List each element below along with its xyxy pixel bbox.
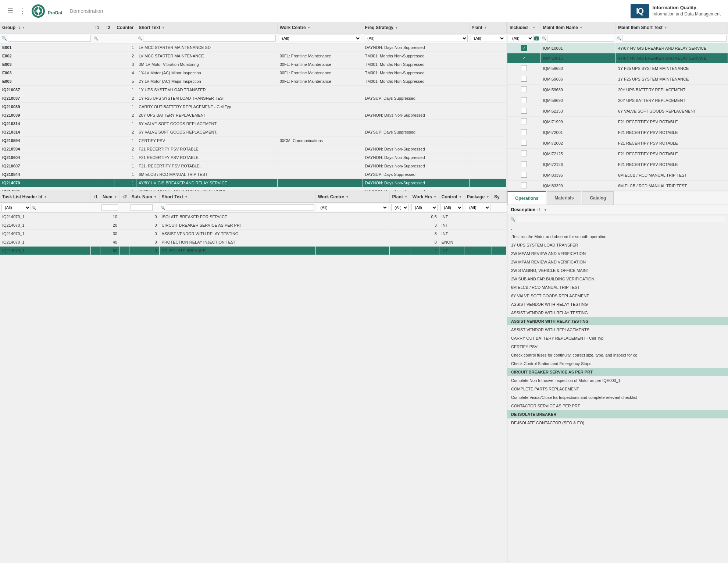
top-right-row[interactable]: IQMI83395 6M ELCB / RCD MANUAL TRIP TEST <box>507 170 728 181</box>
ops-list-item[interactable]: Check Control Station and Emergency Stop… <box>507 360 728 368</box>
freq-strategy-filter[interactable]: (All) <box>364 35 468 42</box>
ops-list-item[interactable]: COMPLETE PARTS REPLACEMENT <box>507 385 728 393</box>
ops-list-item[interactable]: . <box>507 224 728 233</box>
ops-list-item[interactable]: 6M ELCB / RCD MANUAL TRIP TEST <box>507 283 728 292</box>
checkbox-unchecked[interactable] <box>521 129 527 135</box>
top-right-row[interactable]: IQMI59683 1Y F25 UPS SYSTEM MAINTENANCE <box>507 63 728 74</box>
plant-filter[interactable]: (All) <box>471 35 505 42</box>
tab-operations[interactable]: Operations <box>507 191 546 205</box>
ops-list-item[interactable]: CERTIFY PSV <box>507 343 728 351</box>
top-right-row[interactable]: IQMI83399 6M ELCB / RCD MANUAL TRIP TEST <box>507 181 728 191</box>
maint-short-search-input[interactable] <box>622 35 726 42</box>
checkbox-unchecked[interactable] <box>521 140 527 146</box>
sub-num-search-input[interactable] <box>131 204 153 211</box>
included-filter[interactable]: (All) <box>509 35 533 42</box>
bottom-left-row[interactable]: IQ214070_1 20 0 CIRCUIT BREAKER SERVICE … <box>0 221 507 230</box>
ops-list-item[interactable]: CONTACTOR SERVICE AS PER PRT <box>507 402 728 410</box>
checkbox-checked[interactable]: ✓ <box>521 45 527 51</box>
top-left-row[interactable]: IQ210594 1 CERTIFY PSV 00CM: Communicati… <box>0 137 507 145</box>
ops-list-item[interactable]: ASSIST VENDOR WITH REPLACEMENTS <box>507 326 728 334</box>
num-search-input[interactable] <box>101 204 118 211</box>
bl-plant-filter[interactable]: (All) <box>391 204 408 211</box>
checkbox-unchecked[interactable] <box>521 86 527 92</box>
checkbox-unchecked[interactable] <box>521 183 527 188</box>
top-left-row[interactable]: E001 1 LV MCC STARTER MAINTENANCE SD DAY… <box>0 43 507 52</box>
top-left-row[interactable]: E003 3 3M-LV Motor Vibration Monitoring … <box>0 60 507 69</box>
ops-list-item[interactable]: CARRY OUT BATTERY REPLACEMENT - Cell Typ <box>507 334 728 343</box>
top-left-row[interactable]: IQ210314 1 6Y VALVE SOFT GOODS REPLACEME… <box>0 120 507 128</box>
ops-list-item[interactable]: DE-ISOLATE BREAKER <box>507 410 728 419</box>
checkbox-unchecked[interactable] <box>521 76 527 82</box>
maint-item-search-input[interactable] <box>547 35 614 42</box>
ops-list-item[interactable]: 2W STAGING, VEHICLE & OFFICE MAINT <box>507 266 728 275</box>
work-centre-filter[interactable]: (All) <box>279 35 361 42</box>
top-left-row[interactable]: E003 4 1Y-LV Motor (AC) Minor Inspection… <box>0 69 507 77</box>
top-right-row[interactable]: IQMI72126 F21 RECERTIFY PSV ROTABLE <box>507 159 728 170</box>
top-left-row[interactable]: IQ210594 2 F21 RECERTIFY PSV ROTABLE DAY… <box>0 145 507 153</box>
ops-list-item[interactable]: 2W MPAM REVIEW AND VERIFICATION <box>507 249 728 258</box>
ops-list-item[interactable]: .Test run the Motor and observe for smoo… <box>507 233 728 241</box>
checkbox-checked[interactable]: ✓ <box>521 55 527 61</box>
top-right-row[interactable]: ✓ IQMI10815 4Y/8Y HV GIS BREAKER AND REL… <box>507 53 728 63</box>
top-left-row[interactable]: IQ210037 1 1Y UPS SYSTEM LOAD TRANSFER <box>0 86 507 94</box>
top-left-row[interactable]: E003 5 2Y-LV Motor (AC) Major Inspection… <box>0 77 507 86</box>
ops-search-input[interactable] <box>517 216 725 222</box>
ops-list-item[interactable]: DE-ISOLATE CONTACTOR (SEO & EO) <box>507 419 728 427</box>
checkbox-unchecked[interactable] <box>521 108 527 114</box>
tl-id-filter[interactable]: (All) <box>1 204 31 211</box>
ops-filter-icon[interactable]: ▼ <box>544 208 547 212</box>
top-right-row[interactable]: ✓ IQMI10801 4Y/8Y HV GIS BREAKER AND REL… <box>507 43 728 53</box>
top-right-row[interactable]: IQMI59690 20Y UPS BATTERY REPLACEMENT <box>507 95 728 106</box>
bl-control-filter[interactable]: (All) <box>440 204 463 211</box>
ops-list-item[interactable]: 2W SUB AND FAR BUILDING VERIFICATION <box>507 275 728 283</box>
top-left-row[interactable]: IQ210039 1 CARRY OUT BATTERY REPLACEMENT… <box>0 103 507 111</box>
bottom-left-row[interactable]: IQ214070_1 10 0 ISOLATE BREAKER FOR SERV… <box>0 213 507 221</box>
top-right-row[interactable]: IQMI72001 F21 RECERTIFY PSV ROTABLE <box>507 127 728 138</box>
checkbox-unchecked[interactable] <box>521 118 527 124</box>
bottom-left-row[interactable]: IQ214070_1 30 0 ASSIST VENDOR WITH RELAY… <box>0 230 507 238</box>
bl-work-centre-filter[interactable]: (All) <box>317 204 388 211</box>
top-left-row[interactable]: IQ214071 1 4Y/8Y HV AIS BREAKER AND RELA… <box>0 187 507 191</box>
ops-list-item[interactable]: CIRCUIT BREAKER SERVICE AS PER PRT <box>507 368 728 376</box>
ops-list-item[interactable]: ASSIST VENDOR WITH RELAY TESTING <box>507 317 728 326</box>
top-left-row[interactable]: IQ214070 1 4Y/8Y HV GIS BREAKER AND RELA… <box>0 179 507 187</box>
ops-list-item[interactable]: Check control fuses for continuity, corr… <box>507 351 728 360</box>
ops-list-item[interactable]: 2W MPAM REVIEW AND VERIFICATION <box>507 258 728 266</box>
checkbox-unchecked[interactable] <box>521 172 527 178</box>
ops-list-item[interactable]: 6Y VALVE SOFT GOODS REPLACEMENT <box>507 292 728 300</box>
top-left-row[interactable]: IQ210607 1 F21. RECERTIFY PSV ROTABLE. D… <box>0 162 507 170</box>
group-search-input[interactable] <box>8 35 91 42</box>
checkbox-unchecked[interactable] <box>521 97 527 103</box>
hamburger-menu-icon[interactable]: ☰ <box>7 7 13 15</box>
bl-short-text-search[interactable] <box>166 204 314 211</box>
top-left-row[interactable]: IQ210604 1 F21 RECERTIFY PSV ROTABLE. DA… <box>0 153 507 162</box>
top-left-row[interactable]: IQ210844 1 6M ELCB / RCD MANUAL TRIP TES… <box>0 170 507 179</box>
bottom-left-row[interactable]: IQ214070_1 40 0 PROTECTION RELAY INJECTI… <box>0 238 507 247</box>
bl-work-hrs-filter[interactable]: (All) <box>411 204 438 211</box>
ops-sort-icon[interactable]: ↑1 <box>537 208 541 212</box>
ops-list-item[interactable]: ASSIST VENDOR WITH RELAY TESTING <box>507 300 728 309</box>
ops-list-item[interactable]: ASSIST VENDOR WITH RELAY TESTING <box>507 309 728 317</box>
checkbox-unchecked[interactable] <box>521 65 527 71</box>
checkbox-unchecked[interactable] <box>521 151 527 156</box>
top-left-row[interactable]: IQ210314 2 6Y VALVE SOFT GOODS REPLACEME… <box>0 128 507 137</box>
top-left-row[interactable]: IQ210037 2 1Y F25 UPS SYSTEM LOAD TRANSF… <box>0 94 507 103</box>
bl-package-filter[interactable]: (All) <box>466 204 490 211</box>
top-right-row[interactable]: IQMI59686 1Y F25 UPS SYSTEM MAINTENANCE <box>507 74 728 85</box>
tab-catalog[interactable]: Catalog <box>582 191 614 205</box>
bottom-left-row[interactable]: IQ214070_1 50 0 DE-ISOLATE BREAKER 2 INT <box>0 247 507 255</box>
tab-materials[interactable]: Materials <box>547 191 581 205</box>
top-right-row[interactable]: IQMI62153 6Y VALVE SOFT GOODS REPLACEMEN… <box>507 106 728 117</box>
submenu-icon[interactable]: ⋮ <box>19 7 26 15</box>
top-left-row[interactable]: E002 2 LV MCC STARTER MAINTENANCE 00FL: … <box>0 52 507 60</box>
checkbox-unchecked[interactable] <box>521 161 527 167</box>
ops-list-item[interactable]: 1Y UPS SYSTEM LOAD TRANSFER <box>507 241 728 249</box>
ops-list-item[interactable]: Complete Visual/Close Ex Inspections and… <box>507 393 728 402</box>
top-right-row[interactable]: IQMI71999 F21 RECERTIFY PSV ROTABLE <box>507 117 728 127</box>
top-right-row[interactable]: IQMI72002 F21 RECERTIFY PSV ROTABLE <box>507 138 728 149</box>
short-text-search-input[interactable] <box>143 35 276 42</box>
top-left-row[interactable]: IQ210039 2 20Y UPS BATTERY REPLACEMENT D… <box>0 111 507 120</box>
top-right-row[interactable]: IQMI72125 F21 RECERTIFY PSV ROTABLE <box>507 149 728 159</box>
ops-list-item[interactable]: Complete Non Intrusive Inspection of Mot… <box>507 376 728 385</box>
top-right-row[interactable]: IQMI59689 20Y UPS BATTERY REPLACEMENT <box>507 85 728 95</box>
